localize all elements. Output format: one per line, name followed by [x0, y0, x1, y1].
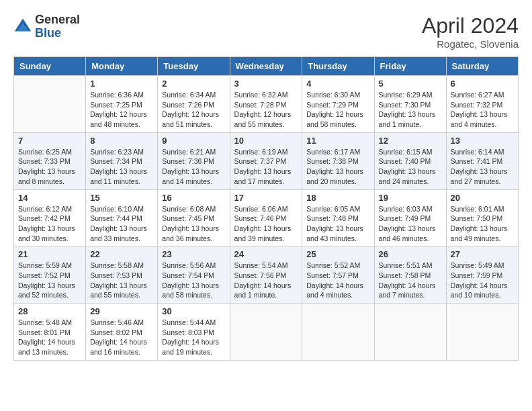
- title-block: April 2024 Rogatec, Slovenia: [422, 13, 519, 50]
- calendar-week-row: 28Sunrise: 5:48 AM Sunset: 8:01 PM Dayli…: [14, 304, 519, 361]
- day-info: Sunrise: 5:58 AM Sunset: 7:53 PM Dayligh…: [90, 261, 153, 300]
- calendar-header-row: SundayMondayTuesdayWednesdayThursdayFrid…: [14, 57, 519, 76]
- day-number: 17: [234, 193, 298, 203]
- logo: General Blue: [13, 13, 80, 40]
- day-info: Sunrise: 6:29 AM Sunset: 7:30 PM Dayligh…: [379, 90, 442, 130]
- weekday-header: Thursday: [302, 57, 374, 76]
- calendar-cell: 18Sunrise: 6:05 AM Sunset: 7:48 PM Dayli…: [302, 189, 374, 246]
- day-info: Sunrise: 6:15 AM Sunset: 7:40 PM Dayligh…: [379, 147, 442, 187]
- logo-icon: [13, 17, 32, 36]
- day-number: 14: [18, 193, 81, 203]
- weekday-header: Tuesday: [158, 57, 230, 76]
- day-info: Sunrise: 6:08 AM Sunset: 7:45 PM Dayligh…: [162, 204, 225, 244]
- calendar-week-row: 14Sunrise: 6:12 AM Sunset: 7:42 PM Dayli…: [14, 189, 519, 246]
- weekday-header: Monday: [86, 57, 158, 76]
- day-number: 21: [18, 249, 81, 259]
- day-info: Sunrise: 6:36 AM Sunset: 7:25 PM Dayligh…: [90, 90, 153, 130]
- calendar-cell: 12Sunrise: 6:15 AM Sunset: 7:40 PM Dayli…: [374, 132, 446, 189]
- day-info: Sunrise: 6:34 AM Sunset: 7:26 PM Dayligh…: [162, 90, 225, 130]
- day-info: Sunrise: 5:52 AM Sunset: 7:57 PM Dayligh…: [306, 261, 369, 300]
- day-number: 25: [306, 249, 369, 259]
- calendar-cell: 10Sunrise: 6:19 AM Sunset: 7:37 PM Dayli…: [230, 132, 302, 189]
- day-number: 5: [379, 79, 442, 89]
- day-info: Sunrise: 6:21 AM Sunset: 7:36 PM Dayligh…: [162, 147, 225, 187]
- calendar-cell: 26Sunrise: 5:51 AM Sunset: 7:58 PM Dayli…: [374, 246, 446, 304]
- calendar-cell: 16Sunrise: 6:08 AM Sunset: 7:45 PM Dayli…: [158, 189, 230, 246]
- calendar-cell: 4Sunrise: 6:30 AM Sunset: 7:29 PM Daylig…: [302, 76, 374, 133]
- day-info: Sunrise: 6:23 AM Sunset: 7:34 PM Dayligh…: [90, 147, 153, 187]
- day-info: Sunrise: 6:25 AM Sunset: 7:33 PM Dayligh…: [18, 147, 81, 187]
- day-number: 2: [162, 79, 225, 89]
- calendar-week-row: 1Sunrise: 6:36 AM Sunset: 7:25 PM Daylig…: [14, 76, 519, 133]
- day-number: 12: [379, 136, 442, 146]
- day-info: Sunrise: 5:56 AM Sunset: 7:54 PM Dayligh…: [162, 261, 225, 300]
- day-number: 8: [90, 136, 153, 146]
- calendar-cell: [302, 304, 374, 361]
- calendar-cell: 19Sunrise: 6:03 AM Sunset: 7:49 PM Dayli…: [374, 189, 446, 246]
- day-info: Sunrise: 6:03 AM Sunset: 7:49 PM Dayligh…: [379, 204, 442, 244]
- day-number: 15: [90, 193, 153, 203]
- day-number: 29: [90, 306, 153, 316]
- day-info: Sunrise: 6:10 AM Sunset: 7:44 PM Dayligh…: [90, 204, 153, 244]
- day-info: Sunrise: 6:05 AM Sunset: 7:48 PM Dayligh…: [306, 204, 369, 244]
- day-number: 13: [451, 136, 514, 146]
- calendar-cell: 22Sunrise: 5:58 AM Sunset: 7:53 PM Dayli…: [86, 246, 158, 304]
- calendar-cell: 30Sunrise: 5:44 AM Sunset: 8:03 PM Dayli…: [158, 304, 230, 361]
- calendar-cell: 7Sunrise: 6:25 AM Sunset: 7:33 PM Daylig…: [14, 132, 86, 189]
- day-number: 28: [18, 306, 81, 316]
- day-number: 18: [306, 193, 369, 203]
- location: Rogatec, Slovenia: [422, 38, 519, 50]
- day-number: 3: [234, 79, 298, 89]
- day-info: Sunrise: 6:14 AM Sunset: 7:41 PM Dayligh…: [451, 147, 514, 187]
- calendar-cell: 20Sunrise: 6:01 AM Sunset: 7:50 PM Dayli…: [446, 189, 518, 246]
- calendar-cell: 17Sunrise: 6:06 AM Sunset: 7:46 PM Dayli…: [230, 189, 302, 246]
- day-info: Sunrise: 6:30 AM Sunset: 7:29 PM Dayligh…: [306, 90, 369, 130]
- calendar-cell: [446, 304, 518, 361]
- calendar-cell: 27Sunrise: 5:49 AM Sunset: 7:59 PM Dayli…: [446, 246, 518, 304]
- day-info: Sunrise: 6:06 AM Sunset: 7:46 PM Dayligh…: [234, 204, 298, 244]
- day-info: Sunrise: 5:46 AM Sunset: 8:02 PM Dayligh…: [90, 318, 153, 357]
- calendar-cell: [14, 76, 86, 133]
- day-number: 10: [234, 136, 298, 146]
- calendar-cell: 8Sunrise: 6:23 AM Sunset: 7:34 PM Daylig…: [86, 132, 158, 189]
- day-info: Sunrise: 6:12 AM Sunset: 7:42 PM Dayligh…: [18, 204, 81, 244]
- day-info: Sunrise: 6:27 AM Sunset: 7:32 PM Dayligh…: [451, 90, 514, 130]
- day-info: Sunrise: 5:49 AM Sunset: 7:59 PM Dayligh…: [451, 261, 514, 300]
- day-info: Sunrise: 5:44 AM Sunset: 8:03 PM Dayligh…: [162, 318, 225, 357]
- weekday-header: Saturday: [446, 57, 518, 76]
- calendar-cell: 6Sunrise: 6:27 AM Sunset: 7:32 PM Daylig…: [446, 76, 518, 133]
- calendar-cell: 24Sunrise: 5:54 AM Sunset: 7:56 PM Dayli…: [230, 246, 302, 304]
- calendar-week-row: 7Sunrise: 6:25 AM Sunset: 7:33 PM Daylig…: [14, 132, 519, 189]
- calendar-cell: 25Sunrise: 5:52 AM Sunset: 7:57 PM Dayli…: [302, 246, 374, 304]
- day-number: 9: [162, 136, 225, 146]
- day-number: 22: [90, 249, 153, 259]
- weekday-header: Wednesday: [230, 57, 302, 76]
- day-number: 4: [306, 79, 369, 89]
- month-title: April 2024: [422, 13, 519, 38]
- calendar-cell: 1Sunrise: 6:36 AM Sunset: 7:25 PM Daylig…: [86, 76, 158, 133]
- logo-text: General Blue: [35, 13, 80, 40]
- day-number: 11: [306, 136, 369, 146]
- calendar-cell: 2Sunrise: 6:34 AM Sunset: 7:26 PM Daylig…: [158, 76, 230, 133]
- day-number: 20: [451, 193, 514, 203]
- day-info: Sunrise: 6:32 AM Sunset: 7:28 PM Dayligh…: [234, 90, 298, 130]
- day-info: Sunrise: 6:01 AM Sunset: 7:50 PM Dayligh…: [451, 204, 514, 244]
- day-number: 24: [234, 249, 298, 259]
- day-info: Sunrise: 5:59 AM Sunset: 7:52 PM Dayligh…: [18, 261, 81, 300]
- day-info: Sunrise: 5:54 AM Sunset: 7:56 PM Dayligh…: [234, 261, 298, 300]
- calendar-cell: 23Sunrise: 5:56 AM Sunset: 7:54 PM Dayli…: [158, 246, 230, 304]
- calendar-cell: 29Sunrise: 5:46 AM Sunset: 8:02 PM Dayli…: [86, 304, 158, 361]
- day-number: 7: [18, 136, 81, 146]
- day-number: 6: [451, 79, 514, 89]
- calendar-cell: 13Sunrise: 6:14 AM Sunset: 7:41 PM Dayli…: [446, 132, 518, 189]
- day-number: 1: [90, 79, 153, 89]
- day-number: 19: [379, 193, 442, 203]
- weekday-header: Sunday: [14, 57, 86, 76]
- day-number: 16: [162, 193, 225, 203]
- calendar-cell: 9Sunrise: 6:21 AM Sunset: 7:36 PM Daylig…: [158, 132, 230, 189]
- calendar-cell: 14Sunrise: 6:12 AM Sunset: 7:42 PM Dayli…: [14, 189, 86, 246]
- calendar-cell: 11Sunrise: 6:17 AM Sunset: 7:38 PM Dayli…: [302, 132, 374, 189]
- day-info: Sunrise: 5:48 AM Sunset: 8:01 PM Dayligh…: [18, 318, 81, 357]
- calendar-cell: 15Sunrise: 6:10 AM Sunset: 7:44 PM Dayli…: [86, 189, 158, 246]
- day-info: Sunrise: 6:17 AM Sunset: 7:38 PM Dayligh…: [306, 147, 369, 187]
